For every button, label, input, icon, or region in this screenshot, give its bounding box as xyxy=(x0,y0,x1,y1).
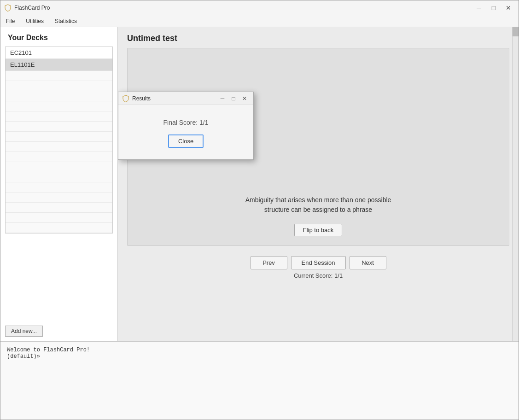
modal-title-left: Results xyxy=(122,95,151,102)
console-line-2: (default)» xyxy=(7,353,512,360)
deck-item-empty-7 xyxy=(6,132,112,142)
deck-item-empty-11 xyxy=(6,172,112,182)
sidebar: Your Decks EC2101 EL1101E xyxy=(0,27,118,341)
console-line-1: Welcome to FlashCard Pro! xyxy=(7,347,512,353)
deck-item-ec2101[interactable]: EC2101 xyxy=(6,47,112,59)
title-bar-left: FlashCard Pro xyxy=(4,4,50,12)
modal-controls: ─ □ ✕ xyxy=(217,94,250,103)
deck-item-empty-16 xyxy=(6,223,112,233)
maximize-button[interactable]: □ xyxy=(487,3,500,13)
results-modal: Results ─ □ ✕ Final Score: 1/1 Close xyxy=(118,92,254,160)
menu-bar: File Utilities Statistics xyxy=(0,15,519,27)
deck-list: EC2101 EL1101E xyxy=(5,47,113,233)
modal-close-btn[interactable]: Close xyxy=(168,134,204,148)
menu-statistics[interactable]: Statistics xyxy=(53,17,79,25)
sidebar-title: Your Decks xyxy=(0,27,117,47)
close-button[interactable]: ✕ xyxy=(502,3,515,13)
deck-item-empty-15 xyxy=(6,213,112,223)
deck-item-empty-8 xyxy=(6,142,112,152)
deck-item-empty-13 xyxy=(6,192,112,203)
app-icon xyxy=(4,4,12,12)
deck-item-empty-10 xyxy=(6,162,112,172)
deck-item-empty-14 xyxy=(6,203,112,213)
deck-item-empty-9 xyxy=(6,152,112,162)
menu-file[interactable]: File xyxy=(4,17,17,25)
deck-item-empty-5 xyxy=(6,111,112,122)
modal-overlay: Results ─ □ ✕ Final Score: 1/1 Close xyxy=(118,27,519,341)
deck-item-empty-2 xyxy=(6,81,112,91)
main-content: Your Decks EC2101 EL1101E xyxy=(0,27,519,341)
deck-item-el1101e[interactable]: EL1101E xyxy=(6,59,112,71)
modal-close-button[interactable]: ✕ xyxy=(239,94,250,103)
deck-item-empty-12 xyxy=(6,182,112,192)
modal-title-text: Results xyxy=(132,95,151,102)
right-panel: Untimed test Ambiguity that arises when … xyxy=(118,27,519,341)
app-title: FlashCard Pro xyxy=(14,5,50,11)
modal-title-bar: Results ─ □ ✕ xyxy=(118,92,253,105)
minimize-button[interactable]: ─ xyxy=(472,3,485,13)
modal-body: Final Score: 1/1 Close xyxy=(118,105,253,159)
deck-item-empty-1 xyxy=(6,71,112,81)
deck-item-empty-6 xyxy=(6,122,112,132)
deck-list-container: EC2101 EL1101E xyxy=(5,47,113,321)
menu-utilities[interactable]: Utilities xyxy=(24,17,46,25)
title-bar-controls: ─ □ ✕ xyxy=(472,3,515,13)
title-bar: FlashCard Pro ─ □ ✕ xyxy=(0,0,519,15)
modal-maximize-button[interactable]: □ xyxy=(228,94,239,103)
deck-item-empty-3 xyxy=(6,91,112,101)
final-score-text: Final Score: 1/1 xyxy=(163,119,208,126)
deck-item-empty-4 xyxy=(6,101,112,111)
add-new-button[interactable]: Add new... xyxy=(5,326,43,337)
console-area: Welcome to FlashCard Pro! (default)» xyxy=(0,341,519,420)
modal-minimize-button[interactable]: ─ xyxy=(217,94,227,103)
modal-shield-icon xyxy=(122,95,129,102)
